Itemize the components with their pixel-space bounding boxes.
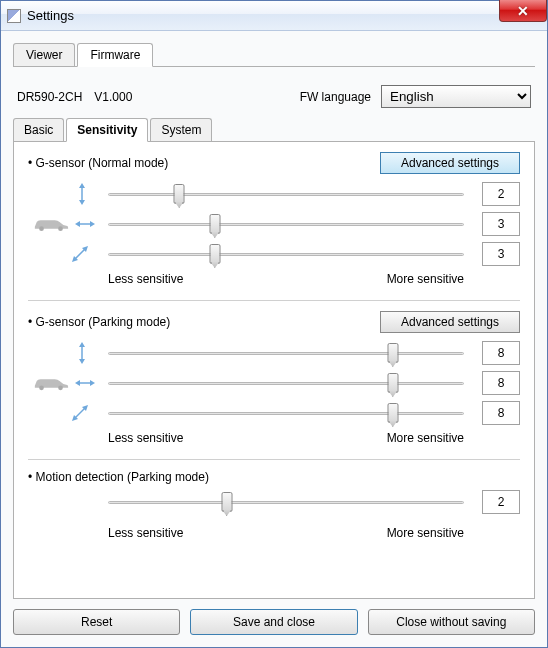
save-close-button[interactable]: Save and close — [190, 609, 357, 635]
normal-title: • G-sensor (Normal mode) — [28, 156, 380, 170]
value-box: 2 — [482, 182, 520, 206]
top-tab-bar: Viewer Firmware — [13, 43, 535, 67]
window-title: Settings — [27, 8, 74, 23]
subtab-sensitivity[interactable]: Sensitivity — [66, 118, 148, 142]
subtab-basic[interactable]: Basic — [13, 118, 64, 141]
axis-updown-icon — [28, 342, 108, 364]
close-icon: ✕ — [517, 3, 529, 19]
firmware-info-row: DR590-2CH V1.000 FW language English — [13, 77, 535, 118]
version-label: V1.000 — [94, 90, 132, 104]
normal-slider-updown: 2 — [28, 182, 520, 206]
slider-track[interactable] — [108, 492, 464, 512]
value-box: 8 — [482, 401, 520, 425]
svg-marker-1 — [79, 183, 85, 188]
svg-marker-18 — [90, 380, 95, 386]
more-sensitive-label: More sensitive — [387, 431, 464, 445]
close-button[interactable]: ✕ — [499, 0, 547, 22]
sensitivity-labels: Less sensitive More sensitive — [28, 272, 520, 286]
sensitivity-labels: Less sensitive More sensitive — [28, 431, 520, 445]
language-select[interactable]: English — [381, 85, 531, 108]
axis-updown-icon — [28, 183, 108, 205]
reset-button[interactable]: Reset — [13, 609, 180, 635]
section-normal: • G-sensor (Normal mode) Advanced settin… — [28, 152, 520, 286]
slider-thumb[interactable] — [387, 403, 398, 423]
footer-buttons: Reset Save and close Close without savin… — [13, 599, 535, 635]
sensitivity-panel: • G-sensor (Normal mode) Advanced settin… — [13, 142, 535, 599]
less-sensitive-label: Less sensitive — [108, 431, 183, 445]
svg-marker-7 — [90, 221, 95, 227]
svg-marker-12 — [79, 342, 85, 347]
svg-marker-13 — [79, 359, 85, 364]
slider-thumb[interactable] — [174, 184, 185, 204]
slider-thumb[interactable] — [209, 244, 220, 264]
subtab-system[interactable]: System — [150, 118, 212, 141]
titlebar: Settings ✕ — [1, 1, 547, 31]
slider-track[interactable] — [108, 184, 464, 204]
parking-slider-diag: 8 — [28, 401, 520, 425]
advanced-settings-normal-button[interactable]: Advanced settings — [380, 152, 520, 174]
less-sensitive-label: Less sensitive — [108, 526, 183, 540]
slider-track[interactable] — [108, 403, 464, 423]
slider-thumb[interactable] — [387, 373, 398, 393]
parking-slider-leftright: 8 — [28, 371, 520, 395]
tab-firmware[interactable]: Firmware — [77, 43, 153, 67]
tab-viewer[interactable]: Viewer — [13, 43, 75, 66]
value-box: 3 — [482, 212, 520, 236]
content-area: Viewer Firmware DR590-2CH V1.000 FW lang… — [1, 31, 547, 647]
less-sensitive-label: Less sensitive — [108, 272, 183, 286]
svg-marker-2 — [79, 200, 85, 205]
section-motion: • Motion detection (Parking mode) 2 Less… — [28, 470, 520, 540]
slider-track[interactable] — [108, 373, 464, 393]
section-parking: • G-sensor (Parking mode) Advanced setti… — [28, 311, 520, 445]
svg-point-4 — [58, 226, 63, 231]
motion-slider: 2 — [28, 484, 520, 520]
motion-title: • Motion detection (Parking mode) — [28, 470, 520, 484]
settings-window: Settings ✕ Viewer Firmware DR590-2CH V1.… — [0, 0, 548, 648]
divider — [28, 459, 520, 460]
value-box: 8 — [482, 371, 520, 395]
parking-title: • G-sensor (Parking mode) — [28, 315, 380, 329]
value-box: 3 — [482, 242, 520, 266]
normal-slider-leftright: 3 — [28, 212, 520, 236]
svg-marker-6 — [75, 221, 80, 227]
slider-thumb[interactable] — [209, 214, 220, 234]
axis-diag-icon — [28, 244, 108, 264]
normal-slider-diag: 3 — [28, 242, 520, 266]
sensitivity-labels: Less sensitive More sensitive — [28, 526, 520, 540]
parking-slider-updown: 8 — [28, 341, 520, 365]
model-label: DR590-2CH — [17, 90, 82, 104]
slider-thumb[interactable] — [387, 343, 398, 363]
slider-thumb[interactable] — [221, 492, 232, 512]
svg-point-3 — [39, 226, 44, 231]
value-box: 2 — [482, 490, 520, 514]
car-icon — [28, 375, 108, 391]
language-label: FW language — [300, 90, 371, 104]
more-sensitive-label: More sensitive — [387, 272, 464, 286]
slider-track[interactable] — [108, 244, 464, 264]
svg-point-14 — [39, 385, 44, 390]
svg-marker-17 — [75, 380, 80, 386]
slider-track[interactable] — [108, 214, 464, 234]
value-box: 8 — [482, 341, 520, 365]
sub-tab-bar: Basic Sensitivity System — [13, 118, 535, 142]
more-sensitive-label: More sensitive — [387, 526, 464, 540]
divider — [28, 300, 520, 301]
car-icon — [28, 216, 108, 232]
advanced-settings-parking-button[interactable]: Advanced settings — [380, 311, 520, 333]
app-icon — [7, 9, 21, 23]
slider-track[interactable] — [108, 343, 464, 363]
close-without-saving-button[interactable]: Close without saving — [368, 609, 535, 635]
svg-point-15 — [58, 385, 63, 390]
axis-diag-icon — [28, 403, 108, 423]
